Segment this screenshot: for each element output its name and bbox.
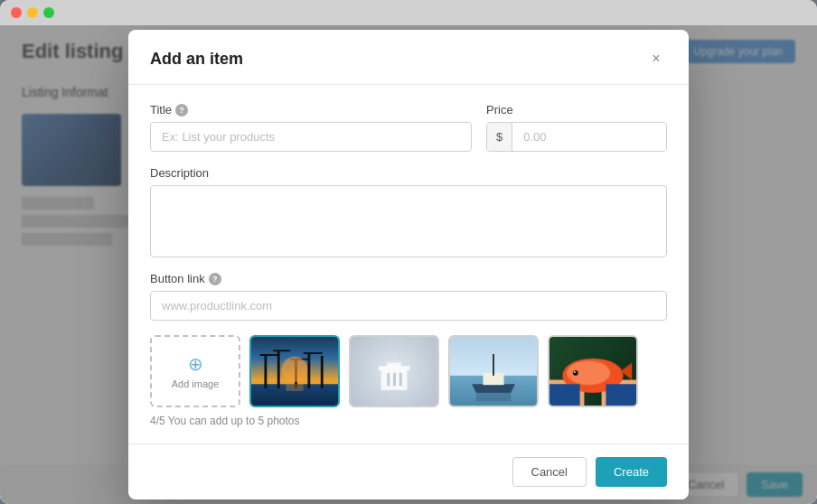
- create-button[interactable]: Create: [596, 457, 667, 487]
- app-background: Edit listing Upgrade your plan Listing I…: [0, 25, 817, 504]
- modal-close-button[interactable]: ×: [645, 48, 667, 70]
- description-textarea[interactable]: [150, 185, 667, 257]
- description-form-group: Description: [150, 166, 667, 257]
- modal-body: Title ? Price $: [128, 85, 689, 443]
- app-window: Edit listing Upgrade your plan Listing I…: [0, 0, 817, 504]
- price-input-wrapper: $: [486, 122, 667, 152]
- image-thumb-3[interactable]: [448, 335, 539, 407]
- price-label: Price: [486, 103, 667, 117]
- add-image-label: Add image: [172, 378, 220, 389]
- button-link-form-group: Button link ?: [150, 272, 667, 321]
- modal-footer: Cancel Create: [128, 443, 689, 499]
- cancel-button[interactable]: Cancel: [512, 457, 587, 487]
- button-link-help-icon[interactable]: ?: [209, 273, 221, 285]
- title-help-icon[interactable]: ?: [175, 104, 188, 117]
- modal-header: Add an item ×: [128, 30, 689, 85]
- close-traffic-light[interactable]: [11, 7, 22, 18]
- image-count-text: 4/5 You can add up to 5 photos: [150, 415, 667, 427]
- add-image-icon: ⊕: [188, 353, 203, 375]
- title-price-row: Title ? Price $: [150, 103, 667, 152]
- titlebar: [0, 0, 817, 25]
- title-input[interactable]: [150, 122, 472, 152]
- modal-overlay: Add an item × Title ?: [0, 25, 817, 504]
- add-item-modal: Add an item × Title ?: [128, 30, 689, 499]
- button-link-input[interactable]: [150, 291, 667, 321]
- button-link-label: Button link ?: [150, 272, 667, 285]
- modal-title: Add an item: [150, 50, 243, 69]
- price-form-group: Price $: [486, 103, 667, 152]
- description-label: Description: [150, 166, 667, 180]
- image-section: ⊕ Add image: [150, 335, 667, 427]
- image-thumb-1[interactable]: [249, 335, 340, 407]
- price-input[interactable]: [512, 123, 667, 151]
- add-image-button[interactable]: ⊕ Add image: [150, 335, 240, 407]
- maximize-traffic-light[interactable]: [43, 7, 54, 18]
- title-label: Title ?: [150, 103, 472, 117]
- image-grid: ⊕ Add image: [150, 335, 667, 407]
- image-thumb-2[interactable]: [349, 335, 439, 407]
- image-thumb-4[interactable]: [548, 335, 638, 407]
- traffic-lights: [11, 7, 54, 18]
- price-prefix: $: [487, 123, 512, 151]
- minimize-traffic-light[interactable]: [27, 7, 38, 18]
- title-form-group: Title ?: [150, 103, 472, 152]
